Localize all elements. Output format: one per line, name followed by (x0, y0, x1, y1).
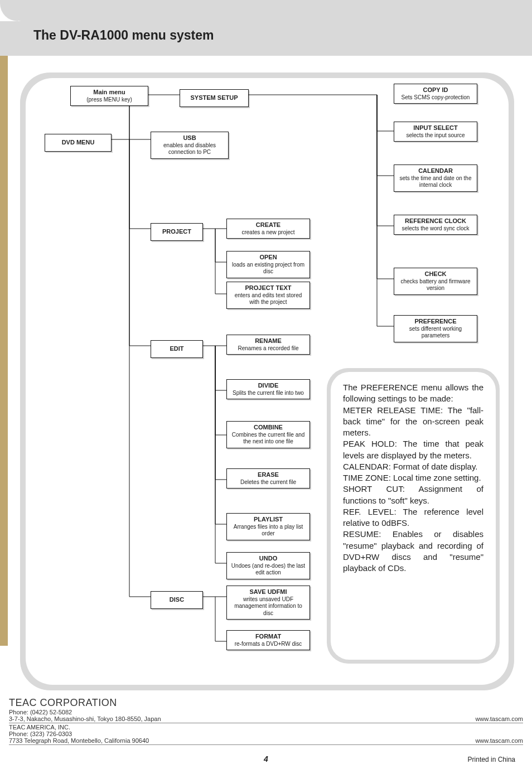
footer-divider-1 (9, 723, 523, 723)
node-title: UNDO (230, 555, 306, 563)
node-sub: checks battery and firmware version (398, 278, 473, 292)
footer-addr-2: 7733 Telegraph Road, Montebello, Califor… (9, 737, 149, 744)
node-save-udfmi: SAVE UDFMI writes unsaved UDF management… (226, 586, 310, 620)
info-p4: CALENDAR: Format of date display. (343, 461, 483, 472)
node-sub: Combines the current file and the next i… (230, 432, 306, 446)
node-title: RENAME (230, 337, 306, 345)
node-rename: RENAME Renames a recorded file (226, 335, 310, 355)
node-sub: creates a new project (230, 229, 306, 236)
node-title: SAVE UDFMI (230, 588, 306, 596)
node-preference: PREFERENCE sets different working parame… (394, 315, 477, 342)
info-p1: The PREFERENCE menu allows the following… (343, 382, 483, 405)
node-title: PROJECT TEXT (230, 284, 306, 292)
node-sub: writes unsaved UDF management informatio… (230, 596, 306, 617)
node-sub: selects the input source (398, 132, 473, 139)
node-title: CHECK (398, 270, 473, 278)
footer-phone-1: Phone: (0422) 52-5082 (9, 709, 161, 715)
info-p2: METER RELEASE TIME: The "fall-back time"… (343, 405, 483, 439)
node-title: INPUT SELECT (398, 124, 473, 132)
node-title: PREFERENCE (398, 318, 473, 326)
node-system-setup: SYSTEM SETUP (180, 89, 249, 107)
footer-divider-2 (9, 744, 523, 745)
footer-addr-1: 3-7-3, Nakacho, Musashino-shi, Tokyo 180… (9, 715, 161, 722)
printed-in: Printed in China (468, 756, 515, 763)
node-main-menu: Main menu (press MENU key) (70, 86, 148, 106)
footer-url-1: www.tascam.com (475, 715, 523, 722)
info-p7: REF. LEVEL: The reference level relative… (343, 506, 483, 529)
node-sub: Renames a recorded file (230, 345, 306, 352)
diagram-area: Main menu (press MENU key) SYSTEM SETUP … (20, 72, 514, 690)
node-check: CHECK checks battery and firmware versio… (394, 268, 477, 295)
node-title: ERASE (230, 471, 306, 479)
node-title: PROJECT (153, 228, 200, 236)
node-edit: EDIT (151, 340, 203, 358)
node-project-text: PROJECT TEXT enters and edits text store… (226, 282, 310, 309)
left-stripe (0, 21, 8, 646)
node-title: EDIT (153, 345, 200, 353)
node-title: SYSTEM SETUP (182, 94, 246, 102)
node-create: CREATE creates a new project (226, 219, 310, 239)
node-calendar: CALENDAR sets the time and date on the i… (394, 165, 477, 192)
top-bar (0, 0, 532, 21)
node-title: FORMAT (230, 633, 306, 641)
node-undo: UNDO Undoes (and re-does) the last edit … (226, 552, 310, 579)
node-title: CREATE (230, 221, 306, 229)
info-p5: TIME ZONE: Local time zone setting. (343, 472, 483, 483)
node-sub: (press MENU key) (74, 96, 144, 104)
node-combine: COMBINE Combines the current file and th… (226, 421, 310, 448)
node-title: USB (154, 134, 225, 142)
node-title: DISC (153, 596, 200, 604)
node-usb: USB enables and disables connection to P… (151, 132, 229, 159)
node-title: PLAYLIST (230, 516, 306, 524)
node-title: DIVIDE (230, 382, 306, 390)
node-sub: loads an existing project from disc (230, 262, 306, 275)
node-playlist: PLAYLIST Arranges files into a play list… (226, 513, 310, 540)
node-sub: Arranges files into a play list order (230, 524, 306, 538)
node-title: DVD MENU (47, 139, 109, 147)
footer-company: TEAC CORPORATION (9, 697, 161, 709)
node-sub: Undoes (and re-does) the last edit actio… (230, 563, 306, 577)
node-sub: Splits the current file into two (230, 390, 306, 397)
diagram-frame: Main menu (press MENU key) SYSTEM SETUP … (20, 72, 514, 690)
node-disc: DISC (151, 591, 203, 609)
footer-sub-company: TEAC AMERICA, INC. (9, 724, 149, 731)
node-copy-id: COPY ID Sets SCMS copy-protection (394, 84, 477, 104)
info-p6: SHORT CUT: Assignment of functions to "s… (343, 483, 483, 506)
preference-info-text: The PREFERENCE menu allows the following… (331, 372, 496, 660)
node-sub: Sets SCMS copy-protection (398, 94, 473, 101)
node-format: FORMAT re-formats a DVD+RW disc (226, 630, 310, 650)
node-title: REFERENCE CLOCK (398, 217, 473, 225)
node-sub: Deletes the current file (230, 479, 306, 486)
info-p3: PEAK HOLD: The time that peak levels are… (343, 438, 483, 461)
node-project: PROJECT (151, 223, 203, 241)
node-open: OPEN loads an existing project from disc (226, 251, 310, 278)
node-title: COMBINE (230, 424, 306, 432)
info-p8: RESUME: Enables or disables "resume" pla… (343, 529, 483, 574)
preference-info-box: The PREFERENCE menu allows the following… (327, 368, 500, 664)
footer: TEAC CORPORATION Phone: (0422) 52-5082 3… (9, 697, 523, 746)
node-sub: sets different working parameters (398, 326, 473, 340)
footer-phone-2: Phone: (323) 726-0303 (9, 731, 149, 737)
node-erase: ERASE Deletes the current file (226, 468, 310, 489)
node-title: COPY ID (398, 86, 473, 94)
node-input-select: INPUT SELECT selects the input source (394, 122, 477, 142)
node-title: OPEN (230, 254, 306, 262)
node-sub: re-formats a DVD+RW disc (230, 641, 306, 648)
node-reference-clock: REFERENCE CLOCK selects the word sync cl… (394, 215, 477, 235)
node-sub: selects the word sync clock (398, 225, 473, 233)
node-sub: enables and disables connection to PC (154, 142, 225, 156)
node-title: Main menu (74, 89, 144, 96)
node-title: CALENDAR (398, 167, 473, 175)
node-sub: sets the time and date on the internal c… (398, 175, 473, 189)
diagram-inner: Main menu (press MENU key) SYSTEM SETUP … (26, 78, 509, 685)
node-dvd-menu: DVD MENU (45, 134, 112, 152)
page: The DV-RA1000 menu system (0, 0, 532, 769)
node-sub: enters and edits text stored with the pr… (230, 292, 306, 306)
page-title: The DV-RA1000 menu system (33, 28, 214, 43)
footer-url-2: www.tascam.com (475, 737, 523, 744)
page-number: 4 (0, 755, 532, 763)
node-divide: DIVIDE Splits the current file into two (226, 379, 310, 399)
